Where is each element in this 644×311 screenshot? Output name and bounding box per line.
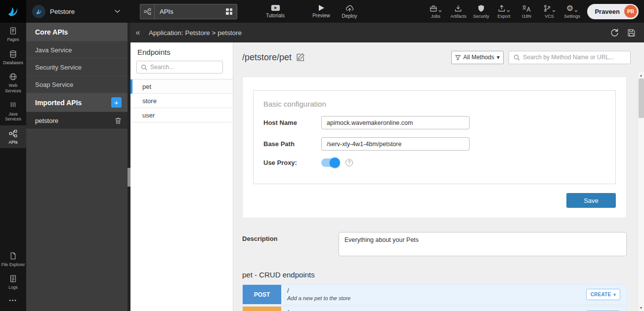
breadcrumb: Application: Petstore > petstore — [149, 29, 610, 37]
methods-filter-value: All Methods — [463, 54, 494, 61]
imported-apis-title: Imported APIs — [35, 99, 82, 107]
save-button[interactable]: Save — [566, 193, 616, 208]
gear-icon: ⚙ — [566, 4, 573, 12]
sidebar-item-soap-service[interactable]: Soap Service — [26, 76, 128, 93]
base-path-input[interactable] — [321, 137, 470, 151]
cloud-upload-icon — [345, 4, 354, 12]
tutorials-button[interactable]: Tutorials — [260, 4, 291, 18]
add-imported-api-button[interactable]: + — [111, 97, 122, 108]
rail-item-pages[interactable]: Pages — [0, 23, 26, 46]
settings-button[interactable]: ⚙ Settings — [560, 4, 583, 19]
preview-label: Preview — [312, 13, 330, 18]
security-button[interactable]: Security — [470, 4, 492, 19]
imported-apis-header: Imported APIs + — [26, 93, 128, 112]
preview-button[interactable]: Preview — [307, 4, 335, 18]
apis-workspace-selector[interactable]: APIs — [140, 4, 237, 19]
jobs-label: Jobs — [431, 14, 440, 19]
description-label: Description — [242, 232, 339, 256]
method-path: / — [287, 309, 580, 311]
endpoint-item-pet[interactable]: pet — [130, 79, 233, 94]
sidebar-item-petstore[interactable]: petstore — [26, 112, 128, 129]
endpoints-list: pet store user — [130, 79, 233, 122]
refresh-button[interactable] — [610, 28, 619, 37]
endpoints-search-input[interactable] — [150, 64, 218, 71]
page-title-wrap: /petstore/pet — [242, 52, 305, 63]
method-row-post[interactable]: POST / Add a new pet to the store CREATE… — [242, 284, 627, 305]
main-header: /petstore/pet All Methods ▾ — [233, 42, 638, 72]
download-tray-icon — [454, 4, 462, 12]
sidebar-scrollbar-thumb[interactable] — [128, 168, 130, 187]
method-description: Add a new pet to the store — [287, 295, 580, 301]
edit-icon[interactable] — [296, 53, 305, 62]
youtube-icon — [271, 4, 280, 11]
rail-item-databases[interactable]: Databases — [0, 46, 26, 69]
chevron-down-icon — [114, 9, 121, 13]
host-name-input[interactable] — [321, 116, 470, 129]
vcs-button[interactable]: VCS — [538, 4, 560, 19]
help-icon: ? — [345, 159, 353, 166]
rail-item-logs[interactable]: Logs — [0, 271, 26, 294]
pages-icon — [9, 27, 17, 35]
breadcrumb-bar: « Application: Petstore > petstore — [130, 23, 644, 42]
api-node-icon — [9, 129, 17, 138]
sidebar-item-java-service[interactable]: Java Service — [26, 41, 128, 59]
rail-item-java-services[interactable]: Java Services — [0, 97, 26, 125]
page-title: /petstore/pet — [242, 52, 292, 63]
methods-filter-select[interactable]: All Methods ▾ — [451, 51, 504, 64]
rail-more-button[interactable]: ••• — [0, 294, 26, 311]
basic-config-fieldset: Basic configuration Host Name Base Path … — [253, 90, 616, 184]
create-action-button[interactable]: CREATE ▾ — [586, 289, 620, 300]
scroll-down-arrow[interactable]: ▼ — [638, 305, 644, 311]
chevron-down-icon — [574, 10, 578, 12]
wavemaker-logo[interactable] — [0, 0, 26, 23]
main-scroll-area: Basic configuration Host Name Base Path … — [233, 72, 638, 311]
rail-item-file-explorer[interactable]: File Explorer — [0, 248, 26, 271]
endpoint-item-label: pet — [142, 83, 151, 90]
scrollbar-thumb[interactable] — [639, 78, 644, 118]
rail-item-web-services[interactable]: Web Services — [0, 69, 26, 97]
endpoint-item-user[interactable]: user — [130, 108, 233, 122]
jobs-button[interactable]: Jobs — [424, 4, 447, 19]
user-avatar: PR — [624, 5, 637, 18]
base-path-label: Base Path — [263, 140, 321, 148]
save-project-button[interactable] — [627, 29, 636, 37]
deploy-label: Deploy — [342, 13, 357, 19]
steam-icon — [9, 101, 17, 110]
caret-down-icon: ▾ — [613, 292, 616, 297]
collapse-sidebar-button[interactable]: « — [130, 28, 145, 37]
endpoint-item-store[interactable]: store — [130, 94, 233, 108]
use-proxy-toggle[interactable] — [321, 158, 339, 167]
toggle-knob — [330, 157, 340, 168]
apis-sidebar: Core APIs Java Service Security Service … — [26, 23, 128, 311]
shield-icon — [477, 4, 485, 12]
sidebar-item-label: Security Service — [35, 64, 82, 71]
trash-icon[interactable] — [115, 117, 122, 124]
vcs-label: VCS — [545, 14, 554, 19]
vertical-scrollbar: ▲ ▼ — [638, 72, 644, 311]
search-icon — [514, 54, 520, 61]
description-input[interactable]: Everything about your Pets — [339, 232, 627, 256]
method-row-put[interactable]: PUT / Update an existing pet UPDATE ▾ — [242, 306, 627, 311]
tutorials-label: Tutorials — [266, 13, 285, 18]
endpoint-item-label: store — [142, 97, 157, 105]
i18n-button[interactable]: I18N — [515, 4, 538, 19]
rail-label: Pages — [7, 37, 19, 42]
jobs-icon — [429, 4, 437, 12]
method-search — [509, 51, 631, 64]
sidebar-item-security-service[interactable]: Security Service — [26, 59, 128, 76]
git-branch-icon — [543, 4, 551, 12]
user-menu[interactable]: Praveen PR — [587, 4, 639, 19]
deploy-button[interactable]: Deploy — [336, 4, 363, 19]
scroll-up-arrow[interactable]: ▲ — [638, 72, 644, 78]
method-search-input[interactable] — [523, 54, 626, 61]
file-explorer-icon — [9, 252, 17, 260]
core-apis-title: Core APIs — [35, 28, 68, 36]
filter-icon — [455, 55, 461, 60]
artifacts-button[interactable]: Artifacts — [447, 4, 470, 19]
chevron-down-icon — [507, 10, 510, 12]
export-button[interactable]: Export — [492, 4, 515, 19]
project-selector[interactable]: Petstore — [26, 0, 128, 23]
rail-item-apis[interactable]: APIs — [0, 125, 26, 149]
project-name: Petstore — [50, 8, 110, 15]
chevron-down-icon — [438, 10, 442, 12]
